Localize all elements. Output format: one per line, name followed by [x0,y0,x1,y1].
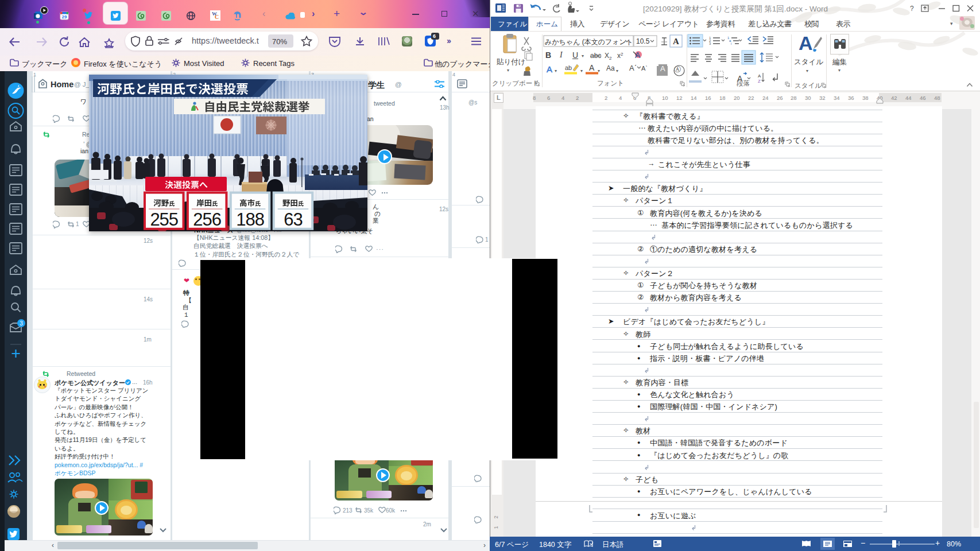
svg-text:Z: Z [758,79,761,84]
svg-text:i: i [731,42,731,45]
svg-text:3: 3 [20,320,23,327]
svg-text:255: 255 [150,209,178,230]
svg-text:C: C [215,14,219,20]
svg-text:A: A [758,73,761,79]
svg-text:256: 256 [193,209,221,230]
svg-text:29: 29 [62,14,67,20]
svg-text:A: A [673,37,679,46]
svg-text:3: 3 [709,42,711,45]
svg-text:188: 188 [236,209,264,230]
svg-text:63: 63 [284,209,302,230]
svg-text:?: ? [910,5,914,13]
